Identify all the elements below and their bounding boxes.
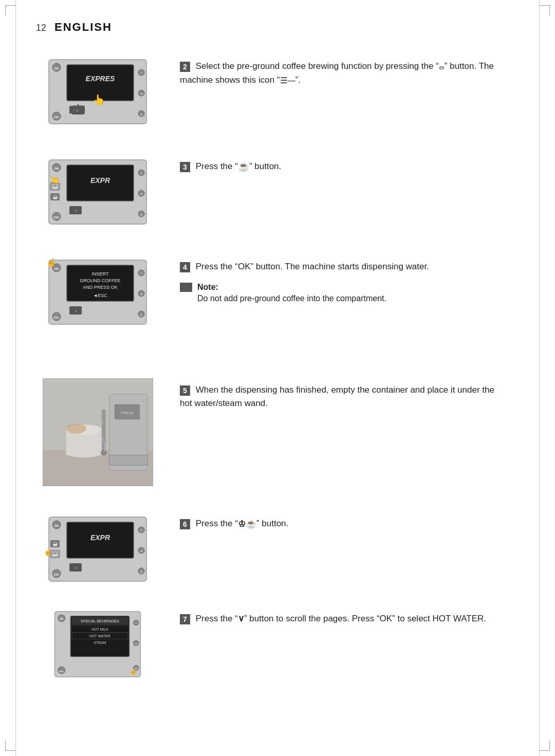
svg-text:👆: 👆 — [92, 94, 105, 106]
step-3-machine: OK ESC ≡ ^ v EXPR ☕ — [31, 150, 164, 234]
svg-text:v: v — [140, 569, 142, 574]
step-7-instruction: 7 Press the “∨” button to scroll the pag… — [180, 612, 509, 625]
step-2-illustration: OK ESC ≡ ^ v EXPRES — [41, 54, 154, 129]
svg-text:⏚: ⏚ — [76, 108, 79, 113]
step-6-machine: OK ESC ≡ ^ v EXPR ☕ — [31, 507, 164, 592]
right-border — [539, 0, 540, 756]
svg-point-70 — [66, 423, 86, 434]
step-2-instruction: 2 Select the pre-ground coffee brewing f… — [180, 60, 509, 87]
step-4-row: OK ☝ ESC ≡ ^ v INSERT — [31, 250, 524, 363]
svg-text:AND PRESS OK: AND PRESS OK — [83, 285, 118, 290]
step-7-machine: OK ESC ≡ ^ v SPECIAL BEVERAGES — [31, 602, 164, 687]
step-7-row: OK ESC ≡ ^ v SPECIAL BEVERAGES — [31, 602, 524, 705]
svg-text:ESC: ESC — [54, 216, 60, 219]
step-6-instruction: 6 Press the “♔☕” button. — [180, 517, 509, 530]
svg-rect-67 — [109, 455, 147, 466]
step-4-machine: OK ☝ ESC ≡ ^ v INSERT — [31, 250, 164, 335]
step-3-instruction: 3 Press the “☕” button. — [180, 160, 509, 174]
step-4-note: Note: Do not add pre-ground coffee into … — [180, 282, 509, 305]
step-6-row: OK ESC ≡ ^ v EXPR ☕ — [31, 507, 524, 592]
svg-text:⏚: ⏚ — [75, 308, 77, 313]
svg-text:STEAM: STEAM — [94, 641, 106, 644]
svg-text:^: ^ — [140, 171, 142, 176]
step-3-row: OK ESC ≡ ^ v EXPR ☕ — [31, 150, 524, 234]
corner-bl — [5, 741, 15, 751]
page: 12 ENGLISH OK ESC ≡ ^ — [0, 0, 555, 756]
step-7-illustration: OK ESC ≡ ^ v SPECIAL BEVERAGES — [41, 607, 154, 681]
svg-text:☕: ☕ — [52, 194, 59, 200]
svg-text:OK: OK — [54, 167, 60, 170]
svg-text:◄ESC: ◄ESC — [93, 293, 107, 298]
svg-text:v: v — [140, 312, 142, 317]
content-area: OK ESC ≡ ^ v EXPRES — [31, 49, 524, 710]
svg-text:^: ^ — [140, 71, 142, 76]
note-icon — [180, 283, 192, 292]
step-6-text: 6 Press the “♔☕” button. — [164, 507, 524, 541]
step-4-instruction: 4 Press the “OK” button. The machine sta… — [180, 260, 509, 273]
svg-text:v: v — [140, 212, 142, 217]
page-header: 12 ENGLISH — [31, 21, 524, 34]
step-4-text: 4 Press the “OK” button. The machine sta… — [164, 250, 524, 315]
page-title: ENGLISH — [54, 21, 112, 34]
svg-text:PREMI: PREMI — [120, 411, 133, 415]
svg-rect-65 — [101, 409, 105, 450]
svg-text:≡: ≡ — [140, 292, 142, 296]
step-2-machine: OK ESC ≡ ^ v EXPRES — [31, 49, 164, 134]
step-2-text: 2 Select the pre-ground coffee brewing f… — [164, 49, 524, 97]
svg-text:ESC: ESC — [54, 573, 60, 576]
svg-text:INSERT: INSERT — [92, 271, 109, 276]
step-5-instruction: 5 When the dispensing has finished, empt… — [180, 383, 509, 410]
svg-text:v: v — [140, 112, 142, 117]
svg-text:^: ^ — [140, 271, 142, 276]
svg-text:ESC: ESC — [59, 670, 64, 673]
step-3-illustration: OK ESC ≡ ^ v EXPR ☕ — [41, 155, 154, 229]
corner-tr — [540, 5, 550, 15]
step-4-number: 4 — [180, 262, 190, 272]
svg-text:OK: OK — [54, 267, 60, 270]
step-6-illustration: OK ESC ≡ ^ v EXPR ☕ — [41, 512, 154, 586]
page-number: 12 — [36, 23, 46, 33]
svg-text:GROUND COFFEE: GROUND COFFEE — [80, 278, 120, 283]
step-5-machine: PREMI — [31, 373, 164, 491]
svg-text:☕: ☕ — [52, 551, 59, 557]
step-5-text: 5 When the dispensing has finished, empt… — [164, 373, 524, 420]
step-5-number: 5 — [180, 385, 190, 396]
corner-br — [540, 741, 550, 751]
svg-text:≡: ≡ — [140, 549, 142, 553]
svg-text:HOT MILK: HOT MILK — [91, 628, 108, 631]
svg-text:EXPRES: EXPRES — [86, 75, 115, 83]
step-5-photo-svg: PREMI — [43, 378, 153, 486]
corner-tl — [5, 5, 15, 15]
svg-text:SPECIAL BEVERAGES: SPECIAL BEVERAGES — [81, 619, 119, 623]
step-7-text: 7 Press the “∨” button to scroll the pag… — [164, 602, 524, 636]
svg-text:ESC: ESC — [54, 316, 60, 319]
svg-text:OK: OK — [54, 67, 60, 70]
step-3-text: 3 Press the “☕” button. — [164, 150, 524, 184]
svg-text:EXPR: EXPR — [90, 533, 110, 542]
svg-text:EXPR: EXPR — [90, 176, 110, 185]
step-5-photo: PREMI — [43, 378, 153, 486]
svg-text:OK: OK — [60, 617, 64, 620]
svg-text:☕: ☕ — [52, 541, 59, 547]
step-2-number: 2 — [180, 62, 190, 72]
left-border — [15, 0, 16, 756]
svg-text:OK: OK — [54, 524, 60, 527]
svg-point-66 — [100, 450, 106, 456]
svg-text:ESC: ESC — [54, 116, 60, 119]
step-5-row: PREMI 5 When the dispensing has finished… — [31, 373, 524, 496]
svg-text:☝: ☝ — [130, 668, 138, 676]
svg-text:☝: ☝ — [44, 548, 53, 557]
step-7-number: 7 — [180, 614, 190, 624]
svg-text:☝: ☝ — [46, 257, 57, 267]
step-3-number: 3 — [180, 162, 190, 172]
svg-text:≡: ≡ — [140, 92, 142, 96]
svg-text:⏚: ⏚ — [75, 565, 77, 570]
note-text: Note: Do not add pre-ground coffee into … — [197, 282, 386, 305]
step-6-number: 6 — [180, 519, 190, 529]
note-label: Note: — [197, 282, 386, 293]
svg-text:⏚: ⏚ — [75, 208, 77, 213]
svg-text:^: ^ — [140, 528, 142, 533]
svg-text:HOT WATER: HOT WATER — [89, 634, 110, 638]
step-2-row: OK ESC ≡ ^ v EXPRES — [31, 49, 524, 134]
svg-text:≡: ≡ — [135, 642, 137, 646]
